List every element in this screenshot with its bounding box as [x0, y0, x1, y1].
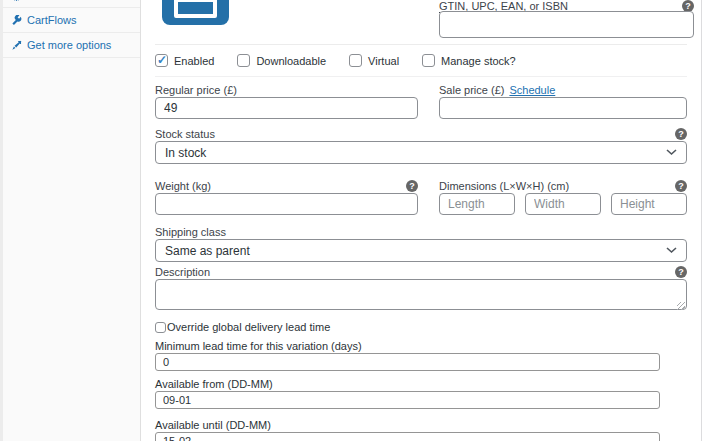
- weight-label: Weight (kg): [155, 180, 211, 192]
- min-lead-time-label: Minimum lead time for this variation (da…: [155, 340, 687, 352]
- product-data-panel: Advanced CartFlows Get more options: [0, 0, 704, 441]
- description-label: Description: [155, 266, 210, 278]
- shipping-class-field-group: Shipping class Same as parent: [155, 226, 687, 262]
- panel-right-border: [701, 0, 702, 441]
- min-lead-time-field-group: Minimum lead time for this variation (da…: [155, 340, 687, 371]
- variation-form: GTIN, UPC, EAN, or ISBN Enabled Download…: [141, 0, 704, 441]
- gear-icon: [11, 0, 22, 1]
- enabled-checkbox[interactable]: [155, 54, 168, 67]
- gtin-field-group: GTIN, UPC, EAN, or ISBN: [439, 0, 694, 38]
- downloadable-checkbox-item[interactable]: Downloadable: [237, 54, 326, 67]
- downloadable-checkbox[interactable]: [237, 54, 250, 67]
- available-from-field-group: Available from (DD-MM): [155, 378, 687, 409]
- length-input[interactable]: [439, 193, 515, 215]
- dimensions-label: Dimensions (L×W×H) (cm): [439, 180, 569, 192]
- available-from-label: Available from (DD-MM): [155, 378, 687, 390]
- available-until-input[interactable]: [155, 432, 660, 441]
- virtual-checkbox-item[interactable]: Virtual: [349, 54, 399, 67]
- chevron-down-icon: [666, 149, 677, 156]
- manage-stock-label: Manage stock?: [441, 55, 516, 67]
- description-field-group: Description: [155, 266, 687, 314]
- min-lead-time-input[interactable]: [155, 353, 660, 371]
- shipping-class-label: Shipping class: [155, 226, 226, 238]
- override-lead-time-checkbox[interactable]: [155, 322, 166, 333]
- override-lead-time-label: Override global delivery lead time: [167, 321, 330, 333]
- tab-get-more-options-label: Get more options: [27, 39, 111, 51]
- schedule-link[interactable]: Schedule: [509, 84, 555, 96]
- gtin-input[interactable]: [439, 11, 694, 38]
- wrench-icon: [11, 15, 22, 26]
- variation-options-row: Enabled Downloadable Virtual Manage stoc…: [155, 45, 687, 77]
- stock-status-value: In stock: [165, 146, 206, 160]
- weight-input[interactable]: [155, 193, 418, 215]
- downloadable-label: Downloadable: [256, 55, 326, 67]
- chevron-down-icon: [666, 247, 677, 254]
- stock-status-select[interactable]: In stock: [155, 141, 687, 164]
- regular-price-input[interactable]: [155, 97, 418, 119]
- tab-advanced-label: Advanced: [27, 0, 76, 1]
- virtual-checkbox[interactable]: [349, 54, 362, 67]
- stock-status-label: Stock status: [155, 128, 215, 140]
- arrow-icon: [11, 40, 22, 51]
- height-input[interactable]: [611, 193, 687, 215]
- dimensions-help-icon[interactable]: [675, 180, 687, 192]
- width-input[interactable]: [525, 193, 601, 215]
- enabled-label: Enabled: [174, 55, 214, 67]
- description-help-icon[interactable]: [675, 266, 687, 278]
- shipping-class-value: Same as parent: [165, 244, 250, 258]
- shipping-class-select[interactable]: Same as parent: [155, 239, 687, 262]
- sale-price-field-group: Sale price (£) Schedule: [439, 84, 687, 119]
- stock-status-help-icon[interactable]: [675, 128, 687, 140]
- image-frame-glyph: [174, 0, 217, 18]
- price-row: Regular price (£) Sale price (£) Schedul…: [155, 84, 687, 119]
- variation-header-row: GTIN, UPC, EAN, or ISBN: [155, 0, 687, 45]
- available-until-field-group: Available until (DD-MM): [155, 419, 687, 441]
- dimensions-field-group: Dimensions (L×W×H) (cm): [439, 180, 687, 215]
- regular-price-field-group: Regular price (£): [155, 84, 418, 119]
- shipping-dims-row: Weight (kg) Dimensions (L×W×H) (cm): [155, 180, 687, 215]
- weight-help-icon[interactable]: [406, 180, 418, 192]
- sale-price-label: Sale price (£): [439, 84, 504, 96]
- tab-cartflows-label: CartFlows: [27, 14, 77, 26]
- tab-advanced[interactable]: Advanced: [3, 0, 140, 8]
- weight-field-group: Weight (kg): [155, 180, 418, 215]
- variation-image-icon[interactable]: [162, 0, 229, 25]
- regular-price-label: Regular price (£): [155, 84, 237, 96]
- product-data-tabs: Advanced CartFlows Get more options: [0, 0, 141, 441]
- stock-status-field-group: Stock status In stock: [155, 128, 687, 164]
- enabled-checkbox-item[interactable]: Enabled: [155, 54, 214, 67]
- override-lead-time-item[interactable]: Override global delivery lead time: [155, 321, 687, 333]
- description-textarea[interactable]: [155, 279, 687, 310]
- tab-get-more-options[interactable]: Get more options: [3, 33, 140, 58]
- tab-cartflows[interactable]: CartFlows: [3, 8, 140, 33]
- manage-stock-checkbox-item[interactable]: Manage stock?: [422, 54, 516, 67]
- virtual-label: Virtual: [368, 55, 399, 67]
- manage-stock-checkbox[interactable]: [422, 54, 435, 67]
- available-until-label: Available until (DD-MM): [155, 419, 687, 431]
- available-from-input[interactable]: [155, 391, 660, 409]
- sale-price-input[interactable]: [439, 97, 687, 119]
